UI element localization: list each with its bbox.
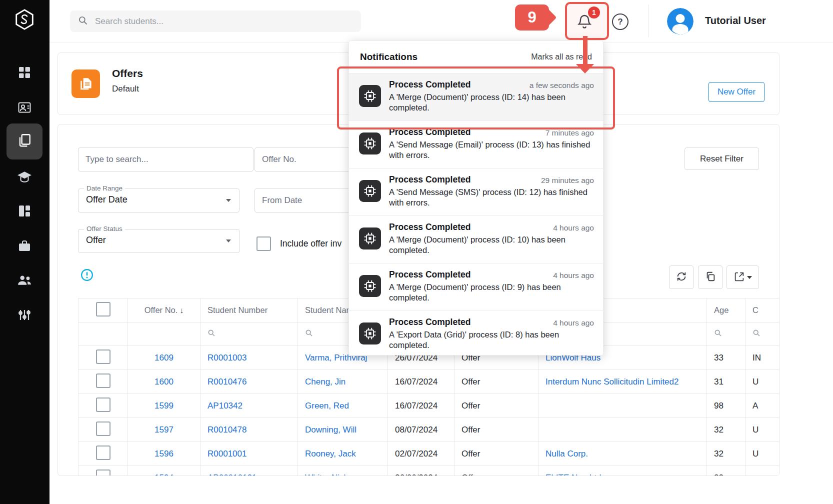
- notification-title: Process Completed: [389, 270, 470, 280]
- copy-grid-button[interactable]: [698, 266, 722, 289]
- notification-text: A 'Export Data (Grid)' process (ID: 8) h…: [389, 330, 596, 350]
- sidebar-item-settings[interactable]: [6, 300, 42, 332]
- page-subtitle: Default: [112, 84, 139, 94]
- notification-title: Process Completed: [389, 80, 470, 90]
- notification-text: A 'Merge (Document)' process (ID: 9) has…: [389, 282, 596, 303]
- country-cell: IN: [746, 346, 780, 370]
- sidebar-item-boards[interactable]: [6, 196, 42, 228]
- offer-status-label: Offer Status: [84, 225, 125, 232]
- refresh-button[interactable]: [669, 266, 694, 289]
- column-search-icon[interactable]: [752, 330, 760, 339]
- status-cell: Offer: [454, 370, 538, 394]
- column-search-icon[interactable]: [208, 330, 216, 339]
- age-cell: 33: [707, 466, 746, 476]
- country-cell: U: [746, 418, 780, 442]
- table-row: 1596 R0001001 Rooney, Jack 02/07/2024 Of…: [78, 442, 780, 466]
- search-icon: [78, 16, 88, 28]
- date-range-select[interactable]: Date Range Offer Date: [78, 188, 240, 212]
- process-icon: [359, 85, 381, 107]
- student-number-link[interactable]: AP10342: [200, 394, 298, 418]
- company-link[interactable]: Nulla Corp.: [538, 442, 707, 466]
- sidebar-item-offers[interactable]: [6, 124, 42, 160]
- export-button[interactable]: [726, 266, 759, 289]
- row-checkbox[interactable]: [96, 398, 110, 412]
- column-search-icon[interactable]: [305, 330, 313, 339]
- sliders-icon: [18, 308, 32, 324]
- sidebar-item-agents[interactable]: [6, 265, 42, 297]
- student-number-link[interactable]: R0010476: [200, 370, 298, 394]
- process-icon: [359, 275, 381, 297]
- student-name-link[interactable]: Downing, Will: [298, 418, 388, 442]
- company-link[interactable]: [538, 394, 707, 418]
- offer-status-select[interactable]: Offer Status Offer: [78, 229, 240, 253]
- topbar: 1 ? Tutorial User: [50, 0, 833, 43]
- student-name-link[interactable]: White, Nick: [298, 466, 388, 476]
- student-number-link[interactable]: R0001001: [200, 442, 298, 466]
- sidebar-item-courses[interactable]: [6, 162, 42, 194]
- company-link[interactable]: Interdum Nunc Sollicitudin Limited2: [538, 370, 707, 394]
- include-offer-checkbox[interactable]: [256, 236, 271, 251]
- grid-search-input[interactable]: [78, 148, 254, 172]
- column-search-icon[interactable]: [714, 330, 722, 339]
- offer-no-link[interactable]: 1597: [128, 418, 200, 442]
- age-cell: 31: [707, 370, 746, 394]
- student-name-link[interactable]: Green, Red: [298, 394, 388, 418]
- company-link[interactable]: ELITE Non Ltd: [538, 466, 707, 476]
- sidebar: [0, 0, 50, 504]
- student-number-link[interactable]: AP00010121: [200, 466, 298, 476]
- row-checkbox[interactable]: [96, 446, 110, 460]
- offer-no-link[interactable]: 1594: [128, 466, 200, 476]
- offer-no-link[interactable]: 1609: [128, 346, 200, 370]
- col-header-offer-no[interactable]: Offer No.↓: [128, 298, 200, 322]
- notification-item[interactable]: Process Completed 29 minutes ago A 'Send…: [349, 168, 603, 216]
- sidebar-item-dashboard[interactable]: [6, 58, 42, 90]
- new-offer-button[interactable]: New Offer: [708, 82, 764, 102]
- student-number-link[interactable]: R0010478: [200, 418, 298, 442]
- notification-title: Process Completed: [389, 127, 470, 138]
- offer-no-link[interactable]: 1596: [128, 442, 200, 466]
- documents-icon: [17, 133, 32, 150]
- row-checkbox[interactable]: [96, 470, 110, 476]
- notification-item[interactable]: Process Completed 4 hours ago A 'Merge (…: [349, 216, 603, 264]
- notification-item[interactable]: Process Completed 4 hours ago A 'Export …: [349, 311, 603, 356]
- help-button[interactable]: ?: [612, 14, 628, 30]
- notification-text: A 'Send Message (SMS)' process (ID: 12) …: [389, 187, 596, 208]
- kanban-icon: [18, 204, 32, 220]
- process-icon: [359, 322, 381, 344]
- notification-item[interactable]: Process Completed 4 hours ago A 'Merge (…: [349, 264, 603, 311]
- country-cell: A: [746, 394, 780, 418]
- company-link[interactable]: [538, 418, 707, 442]
- student-search-box[interactable]: [70, 10, 361, 32]
- col-header-country[interactable]: C: [746, 298, 780, 322]
- student-number-link[interactable]: R0001003: [200, 346, 298, 370]
- mark-all-as-read-button[interactable]: Marks all as read: [531, 52, 592, 62]
- row-checkbox[interactable]: [96, 374, 110, 388]
- sidebar-item-placements[interactable]: [6, 231, 42, 263]
- notification-time: 4 hours ago: [553, 318, 594, 328]
- offer-date-cell: 16/07/2024: [388, 394, 454, 418]
- col-header-student-number[interactable]: Student Number: [200, 298, 298, 322]
- row-checkbox[interactable]: [96, 422, 110, 436]
- reset-filter-button[interactable]: Reset Filter: [684, 148, 759, 170]
- student-name-link[interactable]: Rooney, Jack: [298, 442, 388, 466]
- offer-no-link[interactable]: 1600: [128, 370, 200, 394]
- notification-time: 4 hours ago: [553, 271, 594, 280]
- grid-info-icon[interactable]: [80, 268, 94, 284]
- select-all-checkbox[interactable]: [96, 302, 110, 316]
- sort-desc-icon: ↓: [180, 306, 184, 314]
- status-cell: Offer: [454, 466, 538, 476]
- offer-no-link[interactable]: 1599: [128, 394, 200, 418]
- student-name-link[interactable]: Cheng, Jin: [298, 370, 388, 394]
- notification-count-badge: 1: [588, 6, 600, 18]
- search-students-input[interactable]: [94, 16, 336, 27]
- notification-item[interactable]: Process Completed 7 minutes ago A 'Send …: [349, 121, 603, 168]
- topbar-divider: [648, 4, 648, 38]
- notification-item[interactable]: Process Completed a few seconds ago A 'M…: [349, 74, 603, 121]
- offer-date-cell: 08/07/2024: [388, 418, 454, 442]
- sidebar-item-contacts[interactable]: [6, 92, 42, 124]
- row-checkbox[interactable]: [96, 350, 110, 364]
- col-header-age[interactable]: Age: [707, 298, 746, 322]
- offer-date-cell: 16/07/2024: [388, 370, 454, 394]
- process-icon: [359, 180, 381, 202]
- user-avatar[interactable]: [667, 8, 694, 34]
